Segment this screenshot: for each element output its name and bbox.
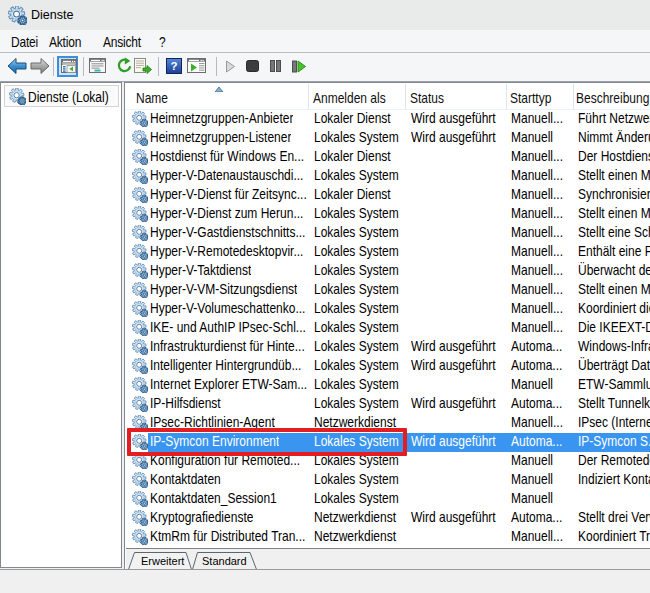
svg-text:Erweitert: Erweitert: [141, 555, 184, 567]
svg-text:Standard: Standard: [202, 555, 247, 567]
svg-text:?: ?: [170, 60, 177, 72]
